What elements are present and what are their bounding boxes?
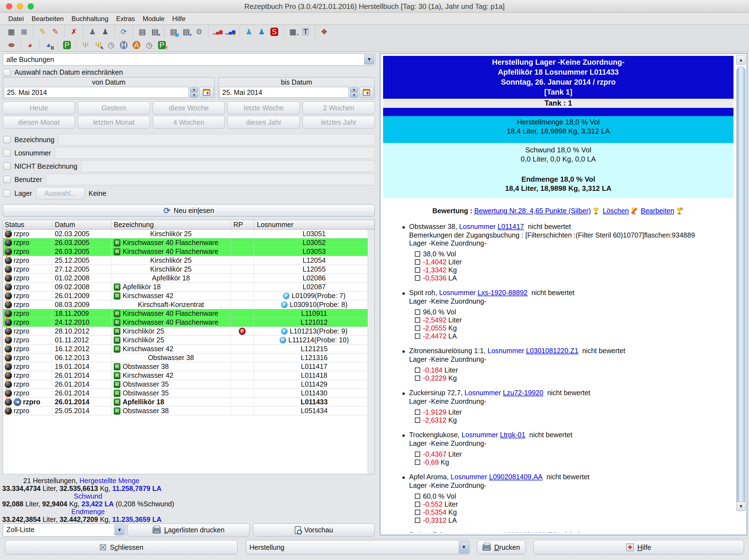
lager-checkbox[interactable] (3, 190, 10, 197)
table-row[interactable]: rzpro16.12.2012RKirschwasser 42L121215 (3, 344, 374, 353)
value-checkbox[interactable] (415, 275, 420, 281)
clock-icon[interactable]: ◷ (105, 40, 116, 50)
table-row[interactable]: ➜rzpro26.01.2014RApfellikör 18L011433 (3, 398, 374, 406)
value-checkbox[interactable] (415, 376, 420, 381)
menu-hilfe[interactable]: Hilfe (168, 13, 189, 25)
pie-chart-b-icon[interactable]: ◕B (43, 40, 54, 50)
table-row[interactable]: rzpro27.12.2005Kirschlikör 25L12055 (3, 265, 374, 274)
trophy-icon[interactable]: Ψ (80, 40, 91, 50)
table-window-icon[interactable]: ▦ (6, 26, 17, 37)
stop-icon[interactable]: S (269, 26, 280, 37)
user-window-icon[interactable]: ♟ (100, 26, 111, 37)
bezeichnung-input[interactable] (58, 134, 375, 145)
calculator-icon[interactable]: ▦• (287, 26, 298, 37)
losnummer-checkbox[interactable] (3, 149, 10, 157)
table-scrollbar[interactable] (368, 229, 374, 474)
value-checkbox[interactable] (415, 260, 420, 265)
table-row[interactable]: rzpro18.11.2009RKirschwasser 40 Flaschen… (3, 309, 374, 318)
scroll-thumb[interactable] (736, 66, 745, 506)
scroll-up-icon[interactable]: ▲ (736, 55, 746, 65)
probe-bottle-icon[interactable]: P (61, 40, 72, 50)
menu-buchhaltung[interactable]: Buchhaltung (67, 13, 112, 25)
losnummer-link[interactable]: L0301081220.Z1 (526, 347, 578, 355)
nicht-bezeichnung-input[interactable] (81, 160, 375, 172)
value-checkbox[interactable] (415, 494, 420, 499)
preview-button[interactable]: Vorschau (253, 523, 375, 537)
chart-red-icon[interactable]: ▁▄▆ (212, 26, 223, 37)
mode-dropdown[interactable]: Herstellung ▼ (246, 540, 470, 555)
chevron-down-icon[interactable]: ▼ (364, 54, 374, 64)
to-date-calendar-button[interactable] (359, 87, 374, 98)
table-row[interactable]: rzpro25.05.2014RObstwasser 38L051434 (3, 406, 374, 416)
window-clock-icon[interactable]: ⊞ (19, 26, 29, 37)
reload-button[interactable]: ⟳ Neu einlesen (3, 204, 375, 217)
losnummer-link[interactable]: L011417 (498, 223, 524, 230)
value-checkbox[interactable] (415, 502, 420, 507)
h-circle-icon[interactable]: H (118, 40, 129, 50)
table-row[interactable]: rzpro01.02.2008Apfellikör 18L02086 (3, 274, 374, 283)
spinner-up-icon[interactable]: ▲ (350, 87, 358, 92)
value-checkbox[interactable] (415, 510, 420, 515)
quick-range-gestern[interactable]: Gestern (78, 102, 150, 114)
value-checkbox[interactable] (415, 460, 420, 465)
bottle-alert-icon[interactable]: P! (156, 40, 168, 50)
quick-range-diese-woche[interactable]: diese Woche (153, 102, 225, 114)
quick-range-heute[interactable]: Heute (3, 102, 75, 114)
spinner-up-icon[interactable]: ▲ (190, 87, 198, 92)
losnummer-link[interactable]: Lzu72-19920 (503, 389, 543, 397)
table-row[interactable]: rzpro06.12.2013Obstwasser 38L121316 (3, 353, 374, 362)
scroll-down-icon[interactable]: ▼ (736, 502, 746, 511)
production-plan-icon[interactable]: ❖ (319, 26, 330, 37)
table-row[interactable]: rzpro09.02.2008RApfellikör 18L02087 (3, 283, 374, 291)
quick-range-diesen-monat[interactable]: diesen Monat (3, 116, 75, 129)
user-icon[interactable]: ♟ (87, 26, 98, 37)
value-checkbox[interactable] (415, 334, 420, 339)
value-checkbox[interactable] (415, 452, 420, 457)
benutzer-checkbox[interactable] (3, 176, 10, 183)
table-row[interactable]: rzpro24.12.2010RKirschwasser 40 Flaschen… (3, 318, 374, 327)
edit-colored-icon[interactable]: ✎ (50, 26, 61, 37)
menu-extras[interactable]: Extras (112, 13, 139, 25)
losnummer-link[interactable]: Ltrgk-01 (500, 431, 526, 439)
value-checkbox[interactable] (415, 518, 420, 523)
value-checkbox[interactable] (415, 326, 420, 331)
quick-range-letzte-woche[interactable]: letzte Woche (228, 102, 300, 114)
pencil-icon[interactable]: ✎ (37, 26, 48, 37)
column-header-losnummer[interactable]: Losnummer (254, 220, 374, 229)
table-row[interactable]: rzpro02.03.2005Kirschlikör 25L03051 (3, 229, 374, 238)
document-print-icon[interactable]: ▤▣ (168, 26, 179, 37)
print-button[interactable]: Drucken (477, 540, 526, 555)
delete-icon[interactable]: ✗ (68, 26, 80, 37)
bewertung-delete-link[interactable]: Löschen (603, 207, 629, 215)
table-row[interactable]: rzpro19.01.2014RObstwasser 38L011417 (3, 362, 374, 371)
value-checkbox[interactable] (415, 367, 420, 373)
clock-arrow-icon[interactable]: ◷→ (144, 40, 155, 50)
value-checkbox[interactable] (415, 267, 420, 273)
print-stock-lists-button[interactable]: Lagerlisten drucken (127, 523, 250, 537)
spinner-down-icon[interactable]: ▼ (190, 93, 198, 98)
quick-range-letztes-jahr[interactable]: letztes Jahr (302, 116, 375, 129)
table-row[interactable]: rzpro25.12.2005Kirschlikör 25L12054 (3, 256, 374, 265)
quick-range-letzten-monat[interactable]: letzten Monat (78, 116, 150, 129)
close-button[interactable]: ☒ Schliessen (5, 540, 237, 555)
chart-yellow-icon[interactable]: ▁▄▆● (225, 26, 236, 37)
chevron-down-icon[interactable]: ▼ (459, 541, 469, 553)
bewertung-edit-link[interactable]: Bearbeiten (641, 207, 674, 215)
column-header-rp[interactable]: RP (231, 220, 254, 229)
to-date-input[interactable]: 25. Mai 2014 (219, 87, 349, 98)
booking-scope-dropdown[interactable]: alle Buchungen ▼ (3, 53, 375, 66)
from-date-input[interactable]: 25. Mai 2014 (4, 87, 189, 98)
menu-bearbeiten[interactable]: Bearbeiten (28, 13, 67, 25)
value-checkbox[interactable] (415, 310, 420, 315)
document-print-add-icon[interactable]: ▤+ (181, 26, 192, 37)
column-header-datum[interactable]: Datum (52, 220, 111, 229)
value-checkbox[interactable] (415, 409, 420, 415)
losnummer-input[interactable] (55, 147, 375, 159)
date-restrict-checkbox[interactable] (3, 69, 10, 76)
quick-range-4-wochen[interactable]: 4 Wochen (153, 116, 225, 129)
value-checkbox[interactable] (415, 418, 420, 423)
table-row[interactable]: rzpro08.03.2009Kirschsaft-KonzentratPL03… (3, 300, 374, 309)
text-icon[interactable]: T (300, 26, 311, 37)
losnummer-link[interactable]: Lxs-1920-88892 (477, 289, 528, 296)
table-row[interactable]: rzpro26.01.2014RObstwasser 35L011429 (3, 380, 374, 389)
